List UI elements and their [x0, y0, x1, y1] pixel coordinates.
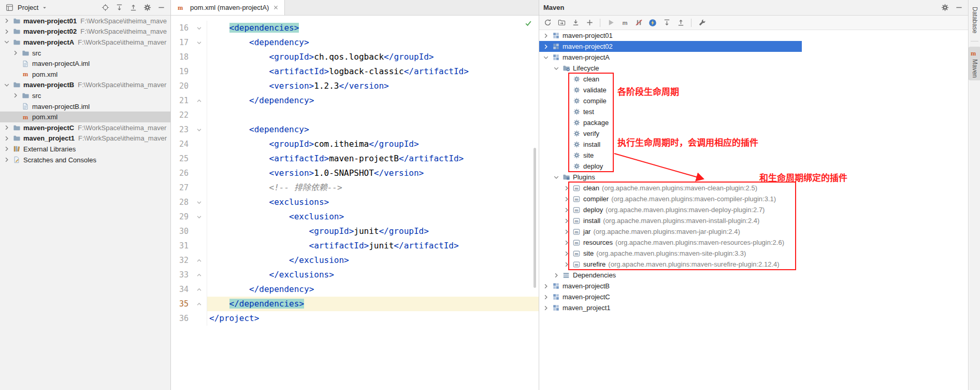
chevron-right-icon[interactable]	[3, 17, 10, 24]
fold-down-icon[interactable]	[196, 39, 202, 46]
project-tree-row-maven-project01[interactable]: maven-project01F:\WorkSpace\itheima_mave	[0, 16, 170, 26]
project-tree-row-maven_project1[interactable]: maven_project1F:\WorkSpace\itheima_maver	[0, 133, 170, 144]
chevron-right-icon[interactable]	[563, 261, 570, 268]
maven-tree-row-maven-projecta[interactable]: maven-projectA	[539, 52, 968, 63]
project-tree-row-src[interactable]: src	[0, 90, 170, 101]
editor-line-25[interactable]: 25<artifactId>maven-projectB</artifactId…	[171, 151, 539, 166]
project-tree-row-maven-projecta[interactable]: maven-projectAF:\WorkSpace\itheima_maver	[0, 37, 170, 48]
locate-icon[interactable]	[100, 3, 110, 13]
project-tree-row-maven-projecta.iml[interactable]: maven-projectA.iml	[0, 58, 170, 69]
fold-up-icon[interactable]	[196, 301, 202, 307]
project-tree-row-pom.xml[interactable]: mpom.xml	[0, 112, 170, 122]
editor-line-27[interactable]: 27<!-- 排除依赖-->	[171, 180, 539, 195]
m-goal-icon[interactable]: m	[619, 18, 630, 28]
chevron-right-icon[interactable]	[12, 92, 19, 99]
editor-line-20[interactable]: 20<version>1.2.3</version>	[171, 79, 539, 93]
maven-tree-row-deploy[interactable]: mdeploy(org.apache.maven.plugins:maven-d…	[539, 204, 968, 215]
project-view-selector[interactable]: Project	[18, 4, 38, 11]
maven-tree-row-site[interactable]: site	[539, 150, 968, 161]
chevron-right-icon[interactable]	[542, 283, 550, 290]
chevron-down-icon[interactable]	[553, 65, 560, 72]
chevron-right-icon[interactable]	[3, 156, 10, 163]
project-tree-row-pom.xml[interactable]: mpom.xml	[0, 69, 170, 80]
editor-line-35[interactable]: 35</dependencies>	[171, 297, 539, 311]
fold-down-icon[interactable]	[196, 127, 202, 133]
maven-tree-row-install[interactable]: install	[539, 139, 968, 150]
editor-line-32[interactable]: 32</exclusion>	[171, 253, 539, 268]
stripe-tab-database[interactable]: Database	[971, 4, 979, 36]
inspection-status-icon[interactable]	[523, 18, 534, 29]
editor-line-23[interactable]: 23<dependency>	[171, 122, 539, 137]
expand-all-icon[interactable]	[114, 3, 124, 13]
fold-down-icon[interactable]	[196, 25, 202, 31]
maven-tree-row-site[interactable]: msite(org.apache.maven.plugins:maven-sit…	[539, 248, 968, 259]
chevron-right-icon[interactable]	[563, 239, 570, 246]
maven-tree-row-clean[interactable]: mclean(org.apache.maven.plugins:maven-cl…	[539, 183, 968, 193]
refresh-icon[interactable]	[542, 18, 553, 28]
add-icon[interactable]	[584, 18, 595, 28]
maven-tree-row-test[interactable]: test	[539, 106, 968, 117]
chevron-right-icon[interactable]	[563, 228, 570, 235]
editor-line-34[interactable]: 34</dependency>	[171, 282, 539, 297]
editor-line-30[interactable]: 30<groupId>junit</groupId>	[171, 224, 539, 239]
editor-line-17[interactable]: 17<dependency>	[171, 35, 539, 50]
editor-line-21[interactable]: 21</dependency>	[171, 93, 539, 108]
collapse-all-icon[interactable]	[128, 3, 138, 13]
minus-icon[interactable]	[156, 3, 166, 13]
offline-icon[interactable]	[647, 18, 658, 28]
maven-tree-row-verify[interactable]: verify	[539, 128, 968, 139]
editor-line-33[interactable]: 33</exclusions>	[171, 268, 539, 282]
fold-up-icon[interactable]	[196, 286, 202, 292]
maven-tree-row-clean[interactable]: clean	[539, 74, 968, 85]
gear-icon[interactable]	[142, 3, 152, 13]
maven-tree-row-maven-project01[interactable]: maven-project01	[539, 30, 968, 41]
sync-folder-icon[interactable]	[556, 18, 567, 28]
chevron-right-icon[interactable]	[563, 217, 570, 225]
editor-line-18[interactable]: 18<groupId>ch.qos.logback</groupId>	[171, 50, 539, 64]
skip-tests-icon[interactable]	[633, 18, 644, 28]
maven-tree-row-maven_project1[interactable]: maven_project1	[539, 302, 968, 313]
chevron-right-icon[interactable]	[542, 294, 550, 301]
chevron-down-icon[interactable]	[3, 38, 10, 46]
project-tree-row-src[interactable]: src	[0, 48, 170, 59]
project-tree-row-external-libraries[interactable]: External Libraries	[0, 144, 170, 155]
fold-up-icon[interactable]	[196, 97, 202, 104]
maven-tree-row-dependencies[interactable]: Dependencies	[539, 270, 968, 281]
project-tree-row-maven-projectb[interactable]: maven-projectBF:\WorkSpace\itheima_maver	[0, 80, 170, 91]
chevron-down-icon[interactable]	[3, 81, 10, 89]
stripe-tab-maven[interactable]: m Maven	[969, 47, 980, 80]
editor-line-16[interactable]: 16<dependencies>	[171, 21, 539, 35]
project-tree-row-maven-projectb.iml[interactable]: maven-projectB.iml	[0, 101, 170, 112]
editor-tab-pom-xml[interactable]: m pom.xml (maven-projectA)	[171, 0, 285, 15]
maven-tree-row-compiler[interactable]: mcompiler(org.apache.maven.plugins:maven…	[539, 193, 968, 204]
maven-tree-row-maven-project02[interactable]: maven-project02	[539, 41, 802, 52]
editor-line-31[interactable]: 31<artifactId>junit</artifactId>	[171, 239, 539, 253]
download-icon[interactable]	[570, 18, 581, 28]
editor-line-22[interactable]: 22	[171, 108, 539, 122]
code-editor[interactable]: 16<dependencies>17<dependency>18<groupId…	[171, 16, 539, 390]
maven-tree-row-maven-projectb[interactable]: maven-projectB	[539, 281, 968, 291]
maven-tree-row-jar[interactable]: mjar(org.apache.maven.plugins:maven-jar-…	[539, 226, 968, 237]
expand-all-icon[interactable]	[661, 18, 672, 28]
editor-line-24[interactable]: 24<groupId>com.itheima</groupId>	[171, 137, 539, 151]
chevron-right-icon[interactable]	[563, 206, 570, 214]
editor-line-26[interactable]: 26<version>1.0-SNAPSHOT</version>	[171, 166, 539, 180]
maven-tree-row-surefire[interactable]: msurefire(org.apache.maven.plugins:maven…	[539, 259, 968, 270]
chevron-right-icon[interactable]	[553, 272, 560, 279]
chevron-right-icon[interactable]	[3, 28, 10, 35]
minus-icon[interactable]	[954, 3, 964, 13]
editor-line-19[interactable]: 19<artifactId>logback-classic</artifactI…	[171, 64, 539, 79]
maven-tree-row-compile[interactable]: compile	[539, 95, 968, 106]
editor-line-36[interactable]: 36</project>	[171, 311, 539, 326]
maven-tree-row-package[interactable]: package	[539, 117, 968, 128]
maven-tree-row-validate[interactable]: validate	[539, 85, 968, 95]
project-tree-row-maven-projectc[interactable]: maven-projectCF:\WorkSpace\itheima_maver	[0, 122, 170, 133]
project-tree-row-scratches-and-consoles[interactable]: Scratches and Consoles	[0, 155, 170, 165]
fold-down-icon[interactable]	[196, 199, 202, 205]
wrench-icon[interactable]	[697, 18, 707, 28]
chevron-right-icon[interactable]	[3, 135, 10, 142]
fold-down-icon[interactable]	[196, 214, 202, 220]
chevron-right-icon[interactable]	[542, 43, 550, 50]
maven-tree-row-lifecycle[interactable]: Lifecycle	[539, 63, 968, 74]
editor-line-28[interactable]: 28<exclusions>	[171, 195, 539, 210]
